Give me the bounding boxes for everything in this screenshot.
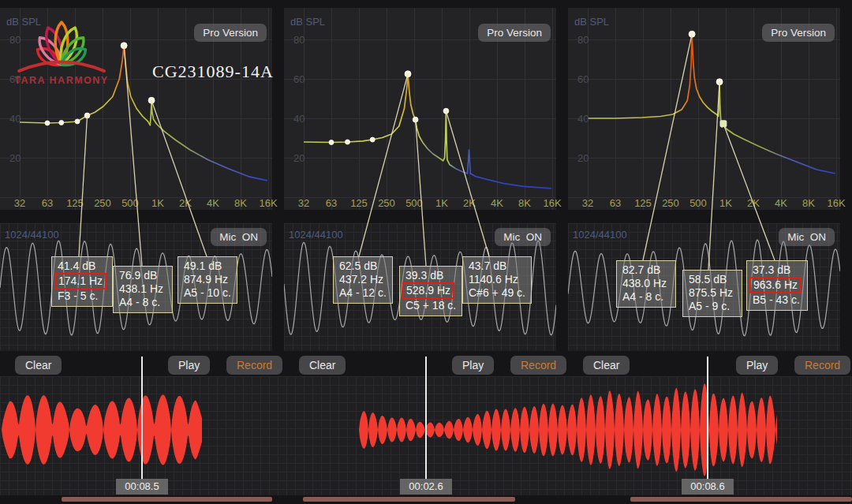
x-tick-label: 8K (514, 197, 536, 209)
x-tick-label: 63 (320, 197, 342, 209)
frequency-axis: 32631252505001K2K4K8K16K (0, 197, 272, 210)
pro-version-button[interactable]: Pro Version (478, 24, 551, 42)
partial-callout[interactable]: 76.9 dB 438.1 Hz A4 - 8 c. (113, 266, 173, 313)
x-tick-label: 500 (403, 197, 425, 209)
tara-harmony-app: dB SPL Pro Version 32631252505001K2K4K8K… (0, 0, 852, 504)
play-button[interactable]: Play (736, 356, 778, 375)
playhead[interactable] (425, 357, 427, 480)
y-tick-label: 40 (9, 113, 21, 125)
partial-callout[interactable]: 58.5 dB 875.5 Hz A5 - 9 c. (682, 270, 742, 317)
fft-samplerate-label: 1024/44100 (289, 229, 343, 241)
record-button[interactable]: Record (510, 356, 566, 375)
pro-version-button[interactable]: Pro Version (762, 24, 835, 42)
callout-note: A5 - 9 c. (689, 300, 736, 313)
callout-hz: 438.0 Hz (622, 277, 667, 290)
x-tick-label: 32 (293, 197, 315, 209)
y-tick-label: 20 (293, 152, 305, 164)
dbspl-axis-label: dB SPL (574, 16, 609, 28)
record-button[interactable]: Record (794, 356, 850, 375)
y-tick-label: 60 (293, 73, 305, 85)
callout-db: 76.9 dB (119, 269, 166, 282)
clear-button[interactable]: Clear (15, 356, 62, 375)
y-tick-label: 60 (577, 73, 589, 85)
record-button[interactable]: Record (226, 356, 282, 375)
frequency-axis: 32631252505001K2K4K8K16K (284, 197, 556, 210)
callout-hz: 438.1 Hz (119, 282, 163, 296)
mic-on-button[interactable]: Mic ON (779, 228, 835, 246)
x-tick-label: 1K (431, 197, 453, 209)
fft-samplerate-label: 1024/44100 (5, 229, 59, 241)
playhead[interactable] (707, 357, 708, 480)
instrument-serial-number: CG231089-14A (152, 62, 274, 82)
callout-hz: 1140.6 Hz (469, 273, 518, 286)
frequency-axis: 32631252505001K2K4K8K16K (568, 197, 840, 210)
callout-db: 37.3 dB (753, 263, 802, 277)
callout-hz: 437.2 Hz (339, 273, 383, 286)
dbspl-axis-label: dB SPL (290, 16, 325, 28)
callout-hz: 528.9 Hz (402, 282, 454, 299)
x-tick-label: 1K (147, 197, 169, 209)
callout-note: A4 - 12 c. (339, 286, 387, 300)
callout-note: C#6 + 49 c. (469, 286, 525, 300)
callout-hz: 963.6 Hz (749, 277, 802, 293)
play-button[interactable]: Play (452, 356, 494, 375)
y-tick-label: 80 (577, 34, 589, 46)
spectrum-plot-2[interactable]: dB SPL Pro Version 32631252505001K2K4K8K… (568, 8, 840, 210)
scroll-indicator[interactable] (630, 497, 852, 502)
bottom-scroll-area (0, 495, 852, 504)
y-tick-label: 20 (577, 152, 589, 164)
x-tick-label: 2K (742, 197, 764, 209)
x-tick-label: 63 (36, 197, 58, 209)
x-tick-label: 8K (230, 197, 252, 209)
partial-callout[interactable]: 39.3 dB 528.9 Hz C5 + 18 c. (399, 266, 462, 316)
callout-note: B5 - 43 c. (753, 293, 802, 307)
y-tick-label: 80 (293, 34, 305, 46)
clear-button[interactable]: Clear (299, 356, 346, 375)
callout-db: 62.5 dB (339, 259, 387, 273)
partial-callout[interactable]: 82.7 dB 438.0 Hz A4 - 8 c. (616, 260, 676, 308)
logo-arc (19, 62, 104, 72)
scroll-indicator[interactable] (303, 497, 515, 502)
partial-callout[interactable]: 41.4 dB 174.1 Hz F3 - 5 c. (51, 256, 113, 307)
callout-note: A4 - 8 c. (622, 290, 670, 304)
callout-hz: 174.1 Hz (54, 273, 106, 289)
clear-button[interactable]: Clear (583, 356, 630, 375)
timestamp-badge: 00:08.5 (116, 479, 168, 495)
pro-version-button[interactable]: Pro Version (194, 24, 267, 42)
mic-on-button[interactable]: Mic ON (211, 228, 267, 246)
callout-db: 49.1 dB (184, 259, 231, 273)
x-tick-label: 500 (687, 197, 709, 209)
callout-db: 82.7 dB (622, 263, 670, 277)
mic-on-button[interactable]: Mic ON (495, 228, 551, 246)
tara-harmony-logo: TARA HARMONY (13, 9, 110, 87)
x-tick-label: 8K (798, 197, 820, 209)
callout-db: 41.4 dB (58, 259, 106, 273)
x-tick-label: 32 (577, 197, 599, 209)
x-tick-label: 4K (486, 197, 508, 209)
x-tick-label: 16K (541, 197, 563, 209)
x-tick-label: 250 (376, 197, 398, 209)
scroll-indicator[interactable] (62, 497, 272, 502)
callout-note: F3 - 5 c. (58, 289, 106, 303)
partial-callout[interactable]: 49.1 dB 874.9 Hz A5 - 10 c. (178, 256, 237, 304)
x-tick-label: 1K (715, 197, 737, 209)
timestamp-badge: 00:08.6 (682, 479, 734, 495)
fft-samplerate-label: 1024/44100 (573, 229, 627, 241)
x-tick-label: 4K (770, 197, 792, 209)
callout-db: 43.7 dB (469, 259, 525, 273)
x-tick-label: 125 (348, 197, 370, 209)
spectrum-plot-1[interactable]: dB SPL Pro Version 32631252505001K2K4K8K… (284, 8, 556, 210)
partial-callout[interactable]: 37.3 dB 963.6 Hz B5 - 43 c. (746, 260, 808, 311)
partial-callout[interactable]: 43.7 dB 1140.6 Hz C#6 + 49 c. (462, 256, 532, 304)
x-tick-label: 2K (174, 197, 196, 209)
x-tick-label: 16K (825, 197, 847, 209)
callout-db: 39.3 dB (405, 269, 456, 282)
y-tick-label: 20 (9, 152, 21, 164)
callout-note: C5 + 18 c. (405, 299, 456, 312)
x-tick-label: 63 (604, 197, 626, 209)
partial-callout[interactable]: 62.5 dB 437.2 Hz A4 - 12 c. (333, 256, 393, 304)
playhead[interactable] (141, 357, 143, 480)
callout-hz: 875.5 Hz (689, 286, 733, 300)
x-tick-label: 2K (458, 197, 480, 209)
play-button[interactable]: Play (168, 356, 210, 375)
